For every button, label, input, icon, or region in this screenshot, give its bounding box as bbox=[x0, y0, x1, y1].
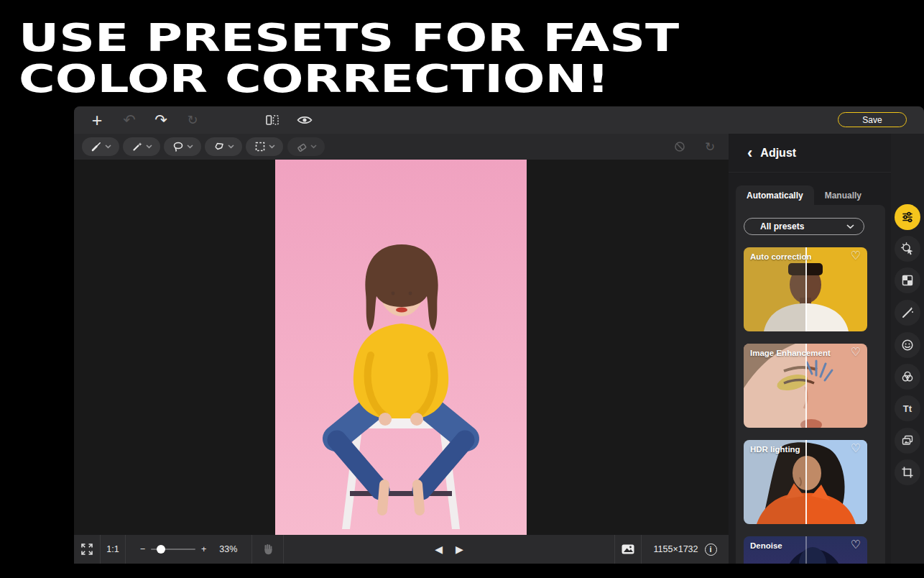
adjust-panel: ‹ Adjust Automatically Manually All pres… bbox=[729, 134, 891, 564]
lasso-icon bbox=[172, 141, 184, 152]
eye-icon bbox=[297, 115, 313, 125]
preview-original-button[interactable] bbox=[295, 106, 315, 134]
chevron-down-icon bbox=[846, 224, 854, 229]
preset-label: Denoise bbox=[750, 541, 782, 550]
preset-card-image-enhancement[interactable]: Image Enhancement ♡ bbox=[744, 344, 867, 428]
checkered-square-icon bbox=[901, 274, 914, 287]
preset-card-denoise[interactable]: Denoise ♡ bbox=[744, 536, 867, 564]
before-after-split bbox=[805, 440, 807, 524]
lasso-tool-button[interactable] bbox=[164, 137, 201, 156]
panel-tabs: Automatically Manually bbox=[736, 185, 891, 205]
fullscreen-icon bbox=[80, 543, 93, 556]
zoom-controls: − + 33% bbox=[126, 535, 251, 564]
headline-line2: COLOR CORRECTION! bbox=[19, 58, 679, 99]
headline: USE PRESETS FOR FAST COLOR CORRECTION! bbox=[19, 17, 679, 99]
actual-size-button[interactable]: 1:1 bbox=[101, 535, 125, 564]
smiley-icon bbox=[901, 339, 914, 352]
click-cursor-icon bbox=[901, 242, 914, 255]
zoom-level-value: 33% bbox=[219, 544, 237, 554]
refresh-selection-button[interactable]: ↻ bbox=[700, 134, 720, 160]
feature-sidebar: Tt bbox=[891, 134, 924, 564]
stacked-images-icon bbox=[901, 434, 914, 447]
compare-before-after-button[interactable] bbox=[262, 106, 282, 134]
slash-circle-icon bbox=[674, 141, 685, 152]
panel-header: ‹ Adjust bbox=[729, 134, 891, 173]
marquee-selection-tool-button[interactable] bbox=[246, 137, 283, 156]
zoom-out-button[interactable]: − bbox=[140, 535, 145, 564]
image-dimensions-value: 1155×1732 bbox=[654, 544, 698, 554]
canvas-photo[interactable] bbox=[275, 160, 527, 535]
magic-wand-icon bbox=[131, 141, 143, 152]
before-after-split bbox=[805, 536, 807, 564]
redo-button[interactable]: ↷ bbox=[151, 106, 171, 134]
chevron-down-icon bbox=[269, 144, 275, 149]
back-chevron-icon[interactable]: ‹ bbox=[746, 145, 754, 161]
main-area: ↻ bbox=[74, 134, 924, 564]
headline-line1: USE PRESETS FOR FAST bbox=[19, 17, 679, 58]
image-navigation: ◀ ▶ bbox=[284, 543, 614, 555]
preset-label: Image Enhancement bbox=[750, 349, 831, 357]
image-icon bbox=[621, 543, 635, 555]
preset-label: Auto correction bbox=[750, 252, 812, 261]
image-info-button[interactable] bbox=[615, 535, 641, 564]
tab-automatically[interactable]: Automatically bbox=[736, 185, 814, 205]
sidebar-text-button[interactable]: Tt bbox=[895, 395, 920, 421]
editor-window: + ↶ ↷ ↻ Save bbox=[74, 106, 924, 564]
favorite-heart-icon[interactable]: ♡ bbox=[851, 250, 861, 262]
chevron-down-icon bbox=[105, 144, 111, 149]
favorite-heart-icon[interactable]: ♡ bbox=[851, 443, 861, 454]
page: USE PRESETS FOR FAST COLOR CORRECTION! +… bbox=[0, 0, 924, 578]
hand-tool-button[interactable] bbox=[252, 535, 283, 564]
brush-tool-button[interactable] bbox=[82, 137, 119, 156]
crop-icon bbox=[901, 466, 914, 479]
preset-card-hdr-lighting[interactable]: HDR lighting ♡ bbox=[744, 440, 867, 524]
magic-wand-tool-button[interactable] bbox=[123, 137, 160, 156]
panel-title: Adjust bbox=[760, 147, 796, 160]
polygonal-lasso-tool-button[interactable] bbox=[205, 137, 242, 156]
sidebar-overlay-images-button[interactable] bbox=[895, 428, 920, 454]
preset-filter-select[interactable]: All presets bbox=[744, 218, 864, 235]
chevron-down-icon bbox=[187, 144, 193, 149]
sidebar-retouch-button[interactable] bbox=[895, 300, 920, 326]
eraser-icon bbox=[296, 141, 308, 152]
canvas-workspace[interactable] bbox=[74, 160, 729, 535]
reset-button[interactable]: ↻ bbox=[183, 106, 203, 134]
text-tool-icon: Tt bbox=[903, 403, 912, 414]
marquee-icon bbox=[254, 141, 266, 152]
sidebar-stickers-button[interactable] bbox=[895, 332, 920, 358]
effects-circles-icon bbox=[901, 370, 914, 383]
chevron-down-icon bbox=[310, 144, 317, 149]
deselect-button[interactable] bbox=[670, 134, 690, 160]
sidebar-crop-button[interactable] bbox=[895, 459, 920, 485]
compare-icon bbox=[265, 114, 279, 127]
preset-card-auto-correction[interactable]: Auto correction ♡ bbox=[744, 247, 867, 331]
preset-filter-value: All presets bbox=[760, 221, 804, 231]
retouch-wand-icon bbox=[901, 306, 914, 319]
zoom-slider[interactable] bbox=[151, 549, 195, 550]
sidebar-background-button[interactable] bbox=[895, 267, 920, 293]
fit-to-screen-button[interactable] bbox=[74, 535, 100, 564]
sidebar-one-click-enhance-button[interactable] bbox=[895, 236, 920, 262]
add-image-button[interactable]: + bbox=[87, 106, 107, 134]
tab-manually[interactable]: Manually bbox=[814, 185, 872, 205]
save-button[interactable]: Save bbox=[838, 112, 907, 127]
chevron-down-icon bbox=[146, 144, 152, 149]
zoom-slider-knob[interactable] bbox=[157, 545, 165, 554]
sidebar-effects-button[interactable] bbox=[895, 364, 920, 390]
status-bar: 1:1 − + 33% bbox=[74, 535, 729, 564]
chevron-down-icon bbox=[228, 144, 234, 149]
next-image-button[interactable]: ▶ bbox=[456, 543, 463, 555]
sliders-icon bbox=[901, 211, 914, 224]
eraser-tool-button[interactable] bbox=[287, 137, 325, 156]
photo-woman-on-stool bbox=[275, 160, 527, 535]
brush-icon bbox=[91, 141, 102, 152]
zoom-in-button[interactable]: + bbox=[201, 535, 206, 564]
previous-image-button[interactable]: ◀ bbox=[435, 543, 443, 555]
image-dimensions-group: 1155×1732 i bbox=[642, 535, 729, 564]
favorite-heart-icon[interactable]: ♡ bbox=[851, 347, 861, 358]
favorite-heart-icon[interactable]: ♡ bbox=[851, 539, 861, 551]
sidebar-adjust-button[interactable] bbox=[895, 204, 920, 230]
info-icon[interactable]: i bbox=[705, 543, 717, 556]
canvas-column: ↻ bbox=[74, 134, 729, 564]
undo-button[interactable]: ↶ bbox=[119, 106, 139, 134]
